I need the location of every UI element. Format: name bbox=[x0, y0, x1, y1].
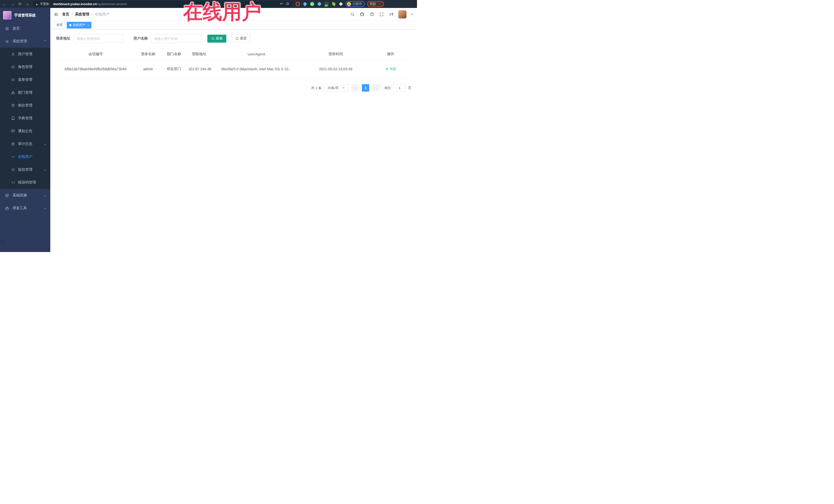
tab-online-users[interactable]: 在线用户 × bbox=[67, 22, 91, 28]
browser-menu-icon[interactable]: ⋮ bbox=[378, 2, 381, 6]
sidebar-collapse-icon[interactable] bbox=[54, 12, 59, 17]
sidebar-item-post-mgmt[interactable]: 岗位管理 bbox=[0, 99, 50, 112]
sidebar-item-label: 错误码管理 bbox=[18, 180, 36, 185]
caret-down-icon[interactable]: ▼ bbox=[411, 13, 413, 16]
sidebar-item-home[interactable]: 首页 bbox=[0, 22, 50, 35]
goto-page-input[interactable] bbox=[394, 84, 405, 92]
help-icon[interactable] bbox=[369, 12, 375, 17]
sidebar-item-dept-mgmt[interactable]: 部门管理 bbox=[0, 86, 50, 99]
star-icon[interactable] bbox=[286, 2, 289, 6]
message-icon bbox=[11, 129, 15, 133]
cell-user-agent: Mozilla/5.0 (Macintosh; Intel Mac OS X 1… bbox=[213, 67, 300, 71]
col-login-name: 登录名称 bbox=[135, 49, 161, 60]
reload-icon[interactable]: ⟳ bbox=[18, 2, 23, 7]
sidebar-item-audit-log[interactable]: 审计日志 ⌄ bbox=[0, 137, 50, 150]
table-header-row: 会话编号 登录名称 部门名称 登陆地址 userAgent 登录时间 操作 bbox=[56, 49, 411, 60]
extensions-row bbox=[295, 2, 343, 6]
sidebar-item-label: 通知公告 bbox=[18, 129, 32, 133]
search-button[interactable]: 搜索 bbox=[207, 35, 226, 43]
browser-profile-chip[interactable]: 已暂停 bbox=[346, 1, 365, 7]
app-title: 芋道管理系统 bbox=[14, 13, 36, 18]
breadcrumb-separator: / bbox=[92, 12, 93, 17]
forward-icon[interactable]: → bbox=[10, 2, 15, 7]
sidebar-item-dict-mgmt[interactable]: 字典管理 bbox=[0, 112, 50, 125]
prev-page-button[interactable]: ‹ bbox=[351, 84, 359, 92]
sidebar-group-label: 研发工具 bbox=[13, 206, 40, 211]
sidebar-texture bbox=[0, 239, 6, 245]
sidebar-item-errorcode-mgmt[interactable]: 错误码管理 bbox=[0, 176, 50, 189]
username-label: 用户名称 bbox=[133, 36, 148, 41]
sidebar-item-menu-mgmt[interactable]: 菜单管理 bbox=[0, 73, 50, 86]
leaf-extension-icon[interactable] bbox=[332, 2, 336, 6]
avatar[interactable] bbox=[398, 10, 407, 19]
col-login-ip: 登陆地址 bbox=[187, 49, 212, 60]
security-label[interactable]: 不安全 bbox=[40, 2, 49, 6]
ubuntu-extension-icon[interactable] bbox=[295, 2, 300, 6]
address-bar[interactable]: ▲ 不安全 dashboard.yudao.iocoder.cn/system/… bbox=[33, 1, 292, 7]
sidebar-group-devtools[interactable]: 研发工具 ⌄ bbox=[0, 202, 50, 215]
search-icon[interactable] bbox=[350, 12, 355, 17]
refresh-icon bbox=[235, 37, 239, 40]
login-address-input[interactable] bbox=[73, 34, 124, 43]
search-button-label: 搜索 bbox=[216, 36, 222, 41]
browser-toolbar: ← → ⟳ ⌂ ▲ 不安全 dashboard.yudao.iocoder.cn… bbox=[0, 0, 417, 8]
sidebar-item-online-users[interactable]: 在线用户 bbox=[0, 150, 50, 163]
home-icon[interactable]: ⌂ bbox=[25, 2, 30, 7]
col-login-time: 登录时间 bbox=[301, 49, 370, 60]
page-url[interactable]: dashboard.yudao.iocoder.cn/system/user-s… bbox=[53, 2, 127, 6]
page-unit-label: 页 bbox=[408, 86, 411, 90]
drop-extension-icon[interactable] bbox=[303, 2, 307, 6]
browser-update-button[interactable]: 更新 ⋮ bbox=[367, 1, 384, 7]
green-v-extension-icon[interactable] bbox=[310, 2, 314, 6]
sidebar-item-notice[interactable]: 通知公告 bbox=[0, 125, 50, 137]
toolbox-icon bbox=[5, 206, 9, 210]
key-icon[interactable] bbox=[280, 2, 283, 6]
sidebar-group-system[interactable]: 系统管理 ⌃ bbox=[0, 35, 50, 48]
tab-label: 首页 bbox=[57, 23, 63, 27]
back-icon[interactable]: ← bbox=[2, 2, 7, 7]
next-page-button[interactable]: › bbox=[372, 84, 380, 92]
paused-badge-label: 已暂停 bbox=[353, 2, 362, 6]
font-size-icon[interactable]: ᴛT bbox=[389, 12, 394, 17]
page-size-select[interactable]: 20条/页 ▼ bbox=[324, 84, 349, 92]
sidebar-item-user-mgmt[interactable]: 用户管理 bbox=[0, 48, 50, 61]
app-header: 首页 / 系统管理 / 在线用户 ᴛT ▼ bbox=[50, 8, 417, 21]
online-users-icon bbox=[11, 155, 15, 159]
col-user-agent: userAgent bbox=[212, 49, 301, 60]
code-icon bbox=[11, 181, 15, 184]
breadcrumb-system[interactable]: 系统管理 bbox=[75, 12, 89, 17]
username-input[interactable] bbox=[151, 34, 201, 43]
warning-icon: ▲ bbox=[36, 3, 38, 6]
tag-view-bar: 首页 在线用户 × bbox=[50, 21, 417, 29]
sidebar-item-label: 用户管理 bbox=[18, 52, 32, 57]
github-icon[interactable] bbox=[359, 12, 365, 17]
filter-form: 登录地址 用户名称 搜索 重置 bbox=[56, 34, 411, 43]
breadcrumb: 首页 / 系统管理 / 在线用户 bbox=[62, 12, 109, 17]
active-dot-icon bbox=[69, 24, 71, 26]
force-logout-button[interactable]: 强退 bbox=[386, 67, 396, 71]
badge-icon bbox=[11, 104, 15, 107]
tab-home[interactable]: 首页 bbox=[54, 22, 65, 28]
trash-icon bbox=[386, 67, 389, 70]
shield-check-icon bbox=[11, 168, 15, 171]
breadcrumb-home[interactable]: 首页 bbox=[62, 12, 69, 17]
guide-icon bbox=[5, 27, 9, 30]
close-icon[interactable]: × bbox=[87, 24, 89, 27]
gem-extension-icon[interactable] bbox=[317, 2, 322, 6]
chevron-down-icon: ⌄ bbox=[43, 194, 47, 197]
page-number-1[interactable]: 1 bbox=[362, 84, 369, 92]
sidebar-item-label: 角色管理 bbox=[18, 65, 32, 69]
fullscreen-icon[interactable] bbox=[379, 12, 385, 17]
sidebar-group-infra[interactable]: 基础设施 ⌄ bbox=[0, 189, 50, 202]
cell-login-time: 2021-05-03 23:05:49 bbox=[301, 60, 370, 79]
en-translate-extension-icon[interactable] bbox=[324, 2, 329, 6]
puzzle-extensions-icon[interactable] bbox=[339, 2, 343, 6]
sidebar-item-sms-mgmt[interactable]: 短信管理 ⌄ bbox=[0, 163, 50, 176]
reset-button[interactable]: 重置 bbox=[232, 35, 250, 43]
sidebar-item-role-mgmt[interactable]: 角色管理 bbox=[0, 61, 50, 73]
login-address-label: 登录地址 bbox=[56, 36, 70, 41]
app-logo-row[interactable]: 芋道管理系统 bbox=[0, 8, 50, 22]
tab-label: 在线用户 bbox=[73, 23, 85, 27]
org-tree-icon bbox=[11, 91, 15, 94]
goto-label: 前往 bbox=[385, 86, 391, 90]
